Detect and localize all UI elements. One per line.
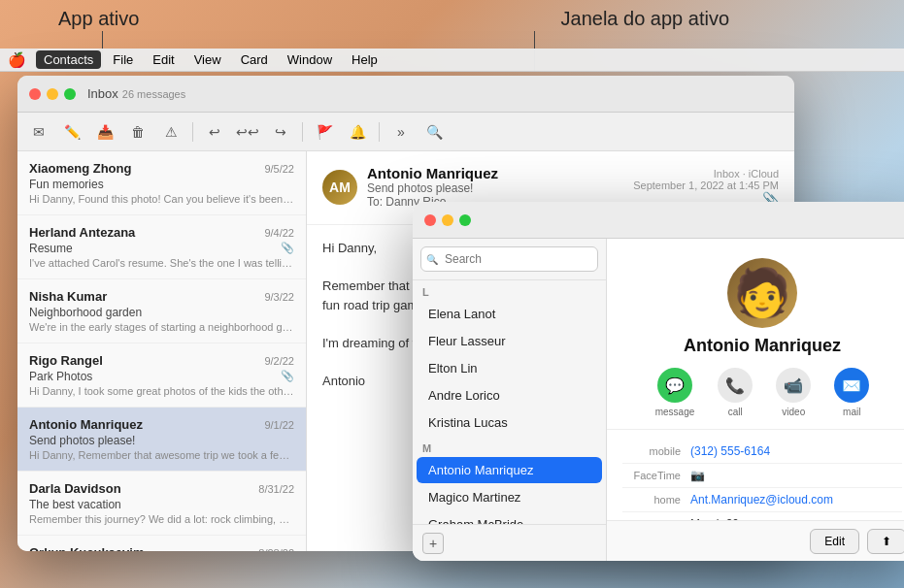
close-button[interactable] <box>29 88 41 100</box>
compose-icon[interactable]: ✉ <box>25 118 52 146</box>
field-mobile: mobile (312) 555-6164 <box>622 440 902 464</box>
annotation-app-ativo: App ativo <box>58 8 139 30</box>
field-label-facetime: FaceTime <box>622 469 690 482</box>
menubar-view[interactable]: View <box>186 50 229 69</box>
mail-sender-avatar: AM <box>322 170 357 205</box>
search-icon[interactable]: 🔍 <box>420 118 448 146</box>
contacts-footer: + <box>413 524 606 561</box>
archive-icon[interactable]: 📥 <box>91 118 118 146</box>
field-value-facetime[interactable]: 📷 <box>690 469 705 482</box>
share-contact-button[interactable]: ⬆ <box>867 529 904 554</box>
field-email: home Ant.Manriquez@icloud.com <box>622 488 902 512</box>
mail-item-antezana[interactable]: Herland Antezana 9/4/22 Resume 📎 I've at… <box>17 215 306 279</box>
menubar-window[interactable]: Window <box>280 50 340 69</box>
call-label: call <box>728 407 743 417</box>
traffic-lights <box>29 88 76 100</box>
message-icon: 💬 <box>657 368 692 403</box>
mail-inbox-subtitle: 26 messages <box>122 88 185 100</box>
apple-menu[interactable]: 🍎 <box>8 51 26 69</box>
contacts-search-bar <box>413 239 606 280</box>
mail-titlebar: Inbox 26 messages <box>17 76 794 113</box>
contact-detail-header: 🧑 Antonio Manriquez 💬 message 📞 call 📹 v… <box>607 239 904 430</box>
contact-actions: 💬 message 📞 call 📹 video ✉️ mail <box>655 368 870 417</box>
mail-detail-sender-name: Antonio Manriquez <box>367 165 498 181</box>
mail-inbox-title: Inbox <box>87 86 118 101</box>
flag-icon[interactable]: 🚩 <box>311 118 338 146</box>
contact-item-elena[interactable]: Elena Lanot <box>417 301 602 327</box>
menubar-edit[interactable]: Edit <box>145 50 182 69</box>
mail-label: mail <box>843 407 860 417</box>
contact-item-magico[interactable]: Magico Martinez <box>417 484 602 510</box>
contact-fields: mobile (312) 555-6164 FaceTime 📷 home An… <box>607 430 904 520</box>
contact-item-andre[interactable]: Andre Lorico <box>417 382 602 408</box>
reply-icon[interactable]: ↩ <box>201 118 228 146</box>
separator-2 <box>302 122 303 142</box>
contacts-window: L Elena Lanot Fleur Lasseur Elton Lin An… <box>413 202 904 561</box>
trash-icon[interactable]: 🗑 <box>124 118 151 146</box>
contact-item-fleur[interactable]: Fleur Lasseur <box>417 328 602 354</box>
annotation-janela-ativo: Janela do app ativo <box>561 8 729 30</box>
minimize-button[interactable] <box>47 88 58 100</box>
field-value-mobile[interactable]: (312) 555-6164 <box>690 444 770 458</box>
contact-name: Antonio Manriquez <box>684 336 841 356</box>
add-contact-button[interactable]: + <box>422 533 444 554</box>
menubar-contacts[interactable]: Contacts <box>36 50 101 69</box>
video-label: video <box>782 407 805 417</box>
junk-icon[interactable]: ⚠ <box>157 118 184 146</box>
contact-detail-panel: 🧑 Antonio Manriquez 💬 message 📞 call 📹 v… <box>607 239 904 561</box>
contacts-fullscreen-button[interactable] <box>459 214 471 226</box>
mail-item-rangel[interactable]: Rigo Rangel 9/2/22 Park Photos 📎 Hi Dann… <box>17 343 306 408</box>
mail-icon: ✉️ <box>834 368 869 403</box>
contacts-traffic-lights <box>424 214 471 226</box>
mail-detail-tagline: Send photos please! <box>367 181 498 195</box>
field-value-email[interactable]: Ant.Manriquez@icloud.com <box>690 493 833 506</box>
mail-list: Xiaomeng Zhong 9/5/22 Fun memories Hi Da… <box>17 151 307 551</box>
contacts-close-button[interactable] <box>424 214 436 226</box>
separator-1 <box>192 122 193 142</box>
section-label-m: M <box>413 437 606 456</box>
contact-item-graham[interactable]: Graham McBride <box>417 511 602 524</box>
notification-icon[interactable]: 🔔 <box>344 118 371 146</box>
contact-item-elton[interactable]: Elton Lin <box>417 355 602 381</box>
field-facetime: FaceTime 📷 <box>622 464 902 488</box>
contact-message-button[interactable]: 💬 message <box>655 368 695 417</box>
mail-item-davidson[interactable]: Darla Davidson 8/31/22 The best vacation… <box>17 472 306 536</box>
field-label-mobile: mobile <box>622 444 690 458</box>
contacts-list: L Elena Lanot Fleur Lasseur Elton Lin An… <box>413 280 606 524</box>
separator-3 <box>379 122 380 142</box>
new-message-icon[interactable]: ✏️ <box>58 118 85 146</box>
contact-memoji-avatar: 🧑 <box>727 258 797 328</box>
call-icon: 📞 <box>718 368 753 403</box>
menubar-help[interactable]: Help <box>344 50 385 69</box>
contacts-list-panel: L Elena Lanot Fleur Lasseur Elton Lin An… <box>413 239 607 561</box>
contacts-search-input[interactable] <box>420 246 598 272</box>
contacts-minimize-button[interactable] <box>442 214 453 226</box>
mail-item-kucuksevim[interactable]: Orkun Kucuksevim 8/28/22 New hiking trai… <box>17 536 306 551</box>
mail-item-zhong[interactable]: Xiaomeng Zhong 9/5/22 Fun memories Hi Da… <box>17 151 306 215</box>
menubar-card[interactable]: Card <box>233 50 276 69</box>
video-icon: 📹 <box>776 368 811 403</box>
mail-toolbar: ✉ ✏️ 📥 🗑 ⚠ ↩ ↩↩ ↪ 🚩 🔔 » 🔍 <box>17 113 794 151</box>
edit-contact-button[interactable]: Edit <box>810 529 859 554</box>
menubar: 🍎 Contacts File Edit View Card Window He… <box>0 49 904 72</box>
section-label-l: L <box>413 280 606 300</box>
mail-item-manriquez[interactable]: Antonio Manriquez 9/1/22 Send photos ple… <box>17 408 306 472</box>
menubar-file[interactable]: File <box>105 50 141 69</box>
contacts-titlebar <box>413 202 904 239</box>
contact-item-antonio[interactable]: Antonio Manriquez <box>417 457 602 483</box>
contact-video-button[interactable]: 📹 video <box>776 368 811 417</box>
field-birthday: birthday March 29 <box>622 512 902 520</box>
forward-icon[interactable]: ↪ <box>267 118 294 146</box>
more-icon[interactable]: » <box>387 118 415 146</box>
fullscreen-button[interactable] <box>64 88 76 100</box>
mail-detail-inbox: Inbox · iCloud <box>633 168 779 180</box>
field-label-home-email: home <box>622 493 690 506</box>
mail-detail-date: September 1, 2022 at 1:45 PM <box>633 180 779 191</box>
contact-mail-button[interactable]: ✉️ mail <box>834 368 869 417</box>
contact-detail-footer: Edit ⬆ <box>607 520 904 561</box>
contact-item-kristina[interactable]: Kristina Lucas <box>417 409 602 436</box>
message-label: message <box>655 407 695 417</box>
contact-call-button[interactable]: 📞 call <box>718 368 753 417</box>
mail-item-kumar[interactable]: Nisha Kumar 9/3/22 Neighborhood garden W… <box>17 279 306 343</box>
reply-all-icon[interactable]: ↩↩ <box>234 118 261 146</box>
